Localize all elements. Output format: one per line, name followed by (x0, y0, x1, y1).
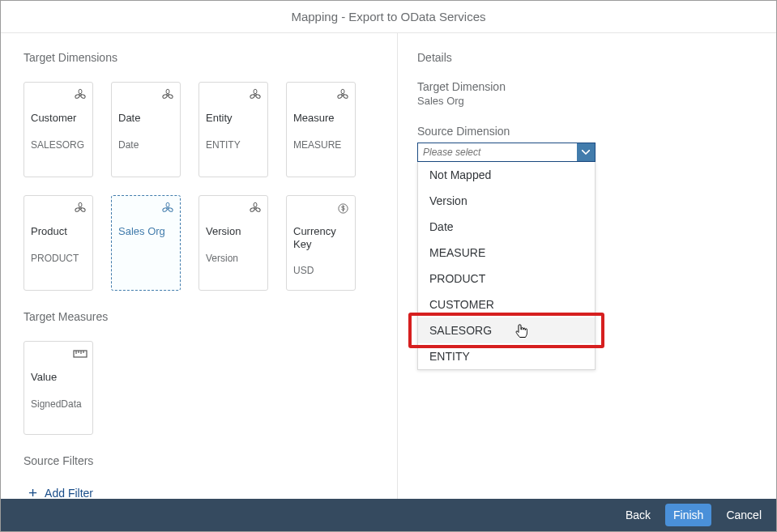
fan-icon (248, 87, 263, 102)
dimension-card[interactable]: MeasureMEASURE (286, 82, 356, 177)
dollar-icon (335, 201, 350, 215)
plus-icon: + (28, 485, 37, 499)
back-button[interactable]: Back (625, 509, 651, 521)
card-title: Product (31, 225, 86, 238)
card-title: Entity (206, 112, 261, 125)
svg-point-7 (162, 94, 168, 99)
target-dimensions-cards: CustomerSALESORGDateDateEntityENTITYMeas… (23, 82, 397, 291)
svg-point-3 (75, 94, 80, 99)
svg-point-11 (250, 94, 255, 99)
source-dimension-combo[interactable] (417, 143, 596, 162)
card-subtitle: SALESORG (31, 139, 86, 151)
target-measures-cards: ValueSignedData (23, 341, 397, 435)
dropdown-option[interactable]: Not Mapped (418, 162, 595, 188)
details-title: Details (417, 51, 757, 64)
target-dimensions-title: Target Dimensions (23, 51, 397, 64)
svg-point-17 (79, 202, 82, 207)
source-filters-title: Source Filters (23, 454, 397, 467)
add-filter-button[interactable]: + Add Filter (28, 485, 397, 499)
svg-point-1 (79, 89, 82, 94)
card-subtitle: SignedData (31, 398, 86, 410)
fan-icon (248, 201, 263, 215)
card-subtitle: USD (293, 265, 348, 276)
card-title: Customer (31, 112, 86, 125)
add-filter-label: Add Filter (45, 487, 93, 500)
svg-point-14 (343, 94, 348, 99)
dropdown-option[interactable]: SALESORG (418, 317, 595, 343)
dropdown-option[interactable]: ENTITY (418, 343, 595, 369)
svg-point-18 (80, 207, 86, 212)
fan-icon (73, 87, 88, 102)
svg-point-21 (166, 202, 169, 207)
svg-point-6 (168, 94, 173, 99)
svg-point-13 (341, 89, 344, 94)
svg-point-25 (254, 202, 257, 207)
card-title: Currency Key (293, 225, 348, 250)
card-title: Measure (293, 112, 348, 125)
card-title: Value (31, 371, 86, 384)
dimension-card[interactable]: VersionVersion (199, 195, 268, 291)
dropdown-option[interactable]: PRODUCT (418, 266, 595, 292)
target-measures-title: Target Measures (23, 310, 397, 323)
svg-point-5 (166, 89, 169, 94)
fan-icon (160, 87, 175, 102)
mapping-dialog: Mapping - Export to OData Services Targe… (0, 0, 777, 532)
chevron-down-icon[interactable] (577, 143, 595, 161)
fan-icon (73, 201, 88, 215)
svg-point-23 (162, 207, 168, 212)
card-subtitle: Version (206, 253, 261, 264)
svg-point-10 (255, 94, 261, 99)
svg-point-26 (255, 207, 261, 212)
card-title: Sales Org (118, 225, 173, 238)
cancel-button[interactable]: Cancel (726, 509, 762, 521)
card-subtitle: MEASURE (293, 139, 348, 151)
fan-icon (335, 87, 350, 102)
card-subtitle: ENTITY (206, 139, 261, 151)
card-subtitle: PRODUCT (31, 253, 86, 264)
svg-point-9 (254, 89, 257, 94)
source-dimension-label: Source Dimension (417, 125, 757, 138)
left-panel: Target Dimensions CustomerSALESORGDateDa… (1, 33, 398, 499)
dropdown-option[interactable]: Version (418, 188, 595, 214)
dialog-body: Target Dimensions CustomerSALESORGDateDa… (1, 33, 776, 499)
card-title: Date (118, 112, 173, 125)
dimension-card[interactable]: CustomerSALESORG (23, 82, 93, 177)
card-title: Version (206, 225, 261, 238)
ruler-icon (73, 347, 88, 361)
source-dimension-input[interactable] (418, 143, 577, 161)
dropdown-option[interactable]: CUSTOMER (418, 292, 595, 317)
dialog-title: Mapping - Export to OData Services (1, 1, 776, 33)
target-dimension-label: Target Dimension (417, 80, 757, 93)
dimension-card[interactable]: Currency KeyUSD (286, 195, 356, 291)
svg-point-19 (75, 207, 80, 212)
measure-card[interactable]: ValueSignedData (23, 341, 93, 435)
svg-point-15 (337, 94, 343, 99)
dimension-card[interactable]: Sales Org (111, 195, 181, 291)
dialog-footer: Back Finish Cancel (1, 499, 776, 531)
card-subtitle: Date (118, 139, 173, 151)
svg-point-2 (80, 94, 86, 99)
target-dimension-value: Sales Org (417, 95, 757, 107)
dropdown-option[interactable]: Date (418, 214, 595, 240)
dimension-card[interactable]: DateDate (111, 82, 181, 177)
svg-point-22 (168, 207, 173, 212)
dimension-card[interactable]: EntityENTITY (199, 82, 268, 177)
fan-icon (160, 201, 175, 215)
finish-button[interactable]: Finish (665, 504, 711, 526)
source-dimension-dropdown[interactable]: Not MappedVersionDateMEASUREPRODUCTCUSTO… (417, 162, 596, 370)
dimension-card[interactable]: ProductPRODUCT (23, 195, 93, 291)
details-panel: Details Target Dimension Sales Org Sourc… (398, 33, 776, 499)
dropdown-option[interactable]: MEASURE (418, 240, 595, 266)
svg-point-27 (250, 207, 255, 212)
